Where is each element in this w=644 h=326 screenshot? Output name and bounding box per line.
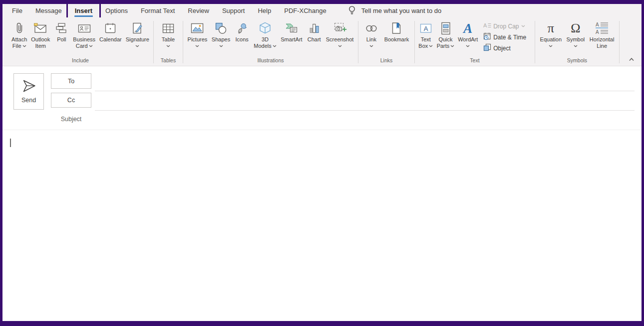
- ribbon-group-symbols: π Equation Ω Symbol AA Horizontal Line S…: [535, 17, 619, 66]
- outlook-message-window: File Message Insert Options Format Text …: [0, 0, 644, 326]
- bookmark-button[interactable]: Bookmark: [384, 17, 409, 57]
- button-label: Outlook: [31, 36, 50, 43]
- button-label-line2: Item: [35, 43, 46, 49]
- tab-label: File: [12, 7, 22, 14]
- business-card-button[interactable]: Business Card: [73, 17, 95, 57]
- wordart-icon: A: [463, 20, 472, 36]
- poll-button[interactable]: Poll: [54, 17, 69, 57]
- chart-button[interactable]: Chart: [307, 17, 322, 57]
- link-button[interactable]: Link: [364, 17, 379, 57]
- chevron-down-icon: [195, 45, 199, 47]
- ribbon-group-illustrations: Pictures Shapes Icons 3D Models: [183, 17, 358, 66]
- attach-file-button[interactable]: Attach File: [11, 17, 27, 57]
- collapse-ribbon-button[interactable]: [628, 56, 636, 62]
- shapes-button[interactable]: Shapes: [212, 17, 230, 57]
- active-tab-underline: [74, 15, 93, 17]
- chevron-down-icon: [135, 45, 139, 47]
- quick-parts-button[interactable]: Quick Parts: [437, 17, 455, 57]
- table-button[interactable]: Table: [161, 17, 176, 57]
- smartart-button[interactable]: SmartArt: [281, 17, 302, 57]
- chevron-down-icon: [338, 45, 342, 47]
- chevron-down-icon: [521, 25, 525, 27]
- calendar-button[interactable]: Calendar: [99, 17, 122, 57]
- tab-review[interactable]: Review: [181, 4, 216, 17]
- symbol-button[interactable]: Ω Symbol: [567, 17, 585, 57]
- chevron-up-icon: [629, 57, 635, 61]
- button-label-line2: [369, 43, 373, 49]
- business-card-icon: [77, 20, 92, 36]
- chevron-down-icon: [549, 45, 553, 47]
- cc-button[interactable]: Cc: [51, 93, 91, 108]
- equation-button[interactable]: π Equation: [540, 17, 562, 57]
- button-label: File: [12, 43, 21, 49]
- equation-pi-icon: π: [548, 20, 554, 36]
- 3d-models-button[interactable]: 3D Models: [254, 17, 276, 57]
- button-label: Link: [366, 36, 376, 43]
- signature-button[interactable]: Signature: [126, 17, 149, 57]
- horizontal-line-button[interactable]: AA Horizontal Line: [590, 17, 615, 57]
- button-label: Calendar: [99, 36, 122, 43]
- tab-support[interactable]: Support: [216, 4, 252, 17]
- button-label: Business: [73, 36, 95, 43]
- tab-pdf-xchange[interactable]: PDF-XChange: [278, 4, 333, 17]
- date-time-button[interactable]: Date & Time: [483, 33, 531, 41]
- chevron-down-icon: [273, 45, 277, 47]
- table-grid-icon: [161, 20, 176, 36]
- smartart-icon: [284, 20, 299, 36]
- tab-label: Message: [35, 7, 62, 14]
- bar-chart-icon: [307, 20, 322, 36]
- drop-cap-button[interactable]: A Drop Cap: [483, 22, 531, 30]
- outlook-item-button[interactable]: Outlook Item: [31, 17, 50, 57]
- tab-label: Review: [188, 7, 209, 14]
- message-body[interactable]: [2, 130, 642, 321]
- tab-label: Support: [222, 7, 245, 14]
- tell-me-label: Tell me what you want to do: [361, 7, 441, 14]
- button-label: Screenshot: [326, 36, 354, 43]
- tab-file[interactable]: File: [5, 4, 29, 17]
- horizontal-line-icon: AA: [595, 20, 610, 36]
- button-label-line2: [466, 43, 470, 49]
- cc-field[interactable]: [95, 110, 635, 111]
- button-label-line2: Models: [254, 43, 276, 49]
- button-label: Box: [418, 43, 428, 49]
- send-button[interactable]: Send: [13, 73, 44, 110]
- to-button[interactable]: To: [51, 73, 91, 89]
- symbol-omega-icon: Ω: [571, 20, 580, 36]
- group-buttons: Table: [154, 17, 183, 57]
- to-field[interactable]: [95, 91, 635, 91]
- group-buttons: Pictures Shapes Icons 3D Models: [183, 17, 358, 57]
- wordart-button[interactable]: A WordArt: [458, 17, 478, 57]
- button-label: Equation: [540, 36, 562, 43]
- icons-button[interactable]: Icons: [235, 17, 250, 57]
- tab-label: Options: [105, 7, 128, 14]
- button-label: Symbol: [567, 36, 585, 43]
- group-buttons: Link Bookmark: [358, 17, 414, 57]
- tell-me-box[interactable]: Tell me what you want to do: [348, 5, 441, 16]
- button-label: Poll: [57, 36, 66, 43]
- chevron-down-icon: [219, 45, 223, 47]
- object-icon: [483, 43, 491, 53]
- screenshot-button[interactable]: Screenshot: [326, 17, 354, 57]
- omega-glyph: Ω: [571, 21, 580, 36]
- button-label: Icons: [236, 36, 249, 43]
- button-label: 3D: [262, 36, 269, 43]
- chevron-down-icon: [166, 45, 170, 47]
- tab-options[interactable]: Options: [99, 4, 134, 17]
- group-buttons: Attach File Outlook Item Poll Business C…: [7, 17, 153, 57]
- tab-insert[interactable]: Insert: [68, 4, 99, 17]
- object-button[interactable]: Object: [483, 44, 531, 52]
- svg-text:A: A: [596, 29, 599, 34]
- button-label: Parts: [437, 43, 450, 49]
- screenshot-camera-icon: [332, 20, 347, 36]
- button-label-line2: Box: [418, 43, 433, 49]
- text-group-small-buttons: A Drop Cap Date & Time Object: [483, 17, 531, 57]
- tab-message[interactable]: Message: [29, 4, 68, 17]
- tab-help[interactable]: Help: [251, 4, 278, 17]
- picture-icon: [190, 20, 205, 36]
- pictures-button[interactable]: Pictures: [188, 17, 208, 57]
- ribbon-group-include: Attach File Outlook Item Poll Business C…: [7, 17, 153, 66]
- button-label: Card: [76, 43, 88, 49]
- tab-format-text[interactable]: Format Text: [134, 4, 181, 17]
- button-label-line2: [549, 43, 553, 49]
- text-box-button[interactable]: A Text Box: [418, 17, 433, 57]
